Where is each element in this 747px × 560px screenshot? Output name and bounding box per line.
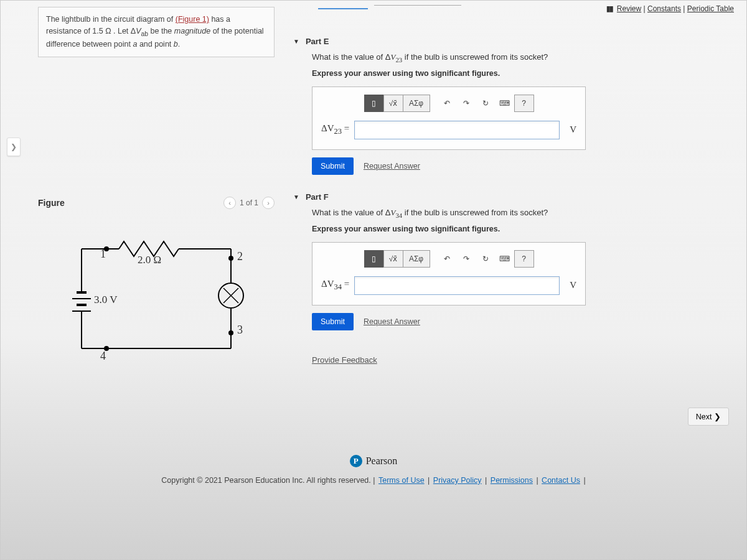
reset-button[interactable]: ↻	[476, 95, 496, 112]
contact-link[interactable]: Contact Us	[542, 476, 580, 485]
undo-button[interactable]: ↶	[437, 95, 457, 112]
node-4-label: 4	[100, 350, 106, 363]
keyboard-button[interactable]: ⌨	[495, 95, 515, 112]
part-f-title: Part F	[306, 192, 329, 202]
problem-statement: The lightbulb in the circuit diagram of …	[38, 7, 275, 57]
circuit-diagram: 1 2 3 4 2.0 Ω 3.0 V	[50, 224, 262, 373]
part-e-title: Part E	[306, 37, 329, 46]
copyright-text: Copyright © 2021 Pearson Education Inc. …	[161, 476, 370, 485]
problem-text: The lightbulb in the circuit diagram of	[46, 15, 176, 24]
pearson-logo-icon: P	[350, 455, 362, 467]
fraction-tool-button[interactable]: √x̄	[383, 250, 403, 268]
part-e-unit: V	[570, 124, 576, 135]
redo-button[interactable]: ↷	[456, 95, 476, 112]
pause-icon: ▮▮	[606, 4, 613, 13]
node-3-label: 3	[237, 324, 243, 337]
caret-down-icon: ▼	[293, 194, 299, 200]
part-e-variable-label: ΔV23 =	[321, 123, 349, 136]
part-f-answer-input[interactable]	[354, 276, 560, 295]
figure-page-indicator: 1 of 1	[240, 198, 258, 207]
part-f-question: What is the value of ΔV34 if the bulb is…	[312, 207, 734, 221]
provide-feedback-link[interactable]: Provide Feedback	[312, 355, 377, 365]
terms-link[interactable]: Terms of Use	[378, 476, 425, 485]
top-resource-links: ▮▮ Review | Constants | Periodic Table	[606, 4, 735, 13]
part-f-variable-label: ΔV34 =	[321, 279, 349, 292]
privacy-link[interactable]: Privacy Policy	[433, 476, 482, 485]
redo-button[interactable]: ↷	[456, 250, 476, 268]
template-tool-button[interactable]: ▯	[364, 250, 384, 268]
permissions-link[interactable]: Permissions	[491, 476, 533, 485]
part-e-request-answer-link[interactable]: Request Answer	[364, 162, 420, 170]
figure-title: Figure	[38, 198, 65, 208]
figure-prev-button[interactable]: ‹	[223, 197, 236, 209]
part-f-submit-button[interactable]: Submit	[312, 313, 354, 330]
part-f-request-answer-link[interactable]: Request Answer	[364, 317, 420, 326]
part-f-unit: V	[570, 280, 576, 291]
reset-button[interactable]: ↻	[476, 250, 496, 268]
node-1-label: 1	[100, 248, 106, 261]
inactive-tab-indicator	[374, 5, 461, 6]
constants-link[interactable]: Constants	[647, 4, 681, 13]
figure-1-link[interactable]: (Figure 1)	[176, 15, 209, 24]
pearson-brand: Pearson	[366, 455, 398, 467]
part-e-answer-box: ▯ √x̄ ΑΣφ ↶ ↷ ↻ ⌨ ? ΔV23 =	[312, 86, 586, 150]
keyboard-button[interactable]: ⌨	[495, 250, 515, 268]
resistor-value: 2.0 Ω	[138, 254, 161, 266]
part-f-answer-box: ▯ √x̄ ΑΣφ ↶ ↷ ↻ ⌨ ? ΔV34 =	[312, 242, 586, 306]
caret-down-icon: ▼	[293, 38, 299, 45]
svg-point-13	[228, 256, 233, 261]
part-e-instruction: Express your answer using two significan…	[312, 69, 734, 78]
expand-sidebar-button[interactable]: ❯	[7, 138, 21, 156]
template-tool-button[interactable]: ▯	[364, 95, 384, 112]
part-e-answer-input[interactable]	[354, 121, 560, 139]
periodic-table-link[interactable]: Periodic Table	[687, 4, 734, 13]
review-link[interactable]: Review	[617, 4, 641, 13]
help-button[interactable]: ?	[514, 95, 534, 112]
node-2-label: 2	[237, 250, 243, 263]
svg-point-14	[228, 330, 233, 335]
undo-button[interactable]: ↶	[437, 250, 457, 268]
active-tab-indicator	[318, 1, 368, 9]
next-button[interactable]: Next ❯	[688, 408, 729, 426]
part-e-question: What is the value of ΔV23 if the bulb is…	[312, 51, 734, 65]
greek-tool-button[interactable]: ΑΣφ	[403, 95, 430, 112]
part-f-instruction: Express your answer using two significan…	[312, 225, 734, 233]
part-f-header[interactable]: ▼ Part F	[293, 187, 734, 207]
part-e-header[interactable]: ▼ Part E	[293, 32, 734, 51]
part-e-submit-button[interactable]: Submit	[312, 157, 354, 175]
battery-voltage: 3.0 V	[94, 294, 117, 306]
figure-next-button[interactable]: ›	[262, 197, 275, 209]
help-button[interactable]: ?	[514, 250, 534, 268]
fraction-tool-button[interactable]: √x̄	[383, 95, 403, 112]
greek-tool-button[interactable]: ΑΣφ	[403, 250, 430, 268]
footer: Copyright © 2021 Pearson Education Inc. …	[7, 476, 740, 485]
